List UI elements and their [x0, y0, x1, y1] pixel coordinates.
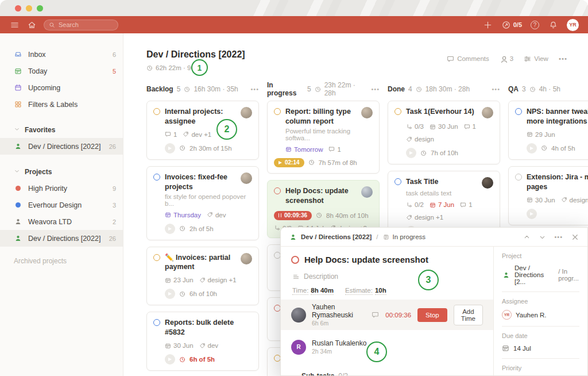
sidebar-item-upcoming[interactable]: Upcoming — [0, 79, 123, 96]
status-ring[interactable] — [291, 256, 299, 264]
user-avatar[interactable]: YR — [567, 19, 579, 31]
filters-icon — [14, 100, 22, 109]
time-progress: 6h of 10h — [189, 290, 217, 297]
sidebar-item-inbox[interactable]: Inbox 6 — [0, 46, 123, 63]
task-card[interactable]: Internal projects: assignee 1 dev +1 2h … — [146, 101, 259, 160]
task-title: Task 1(Everhour 14) — [406, 107, 477, 118]
sidebar-item-weavora-ltd[interactable]: Weavora LTD 2 — [0, 213, 123, 230]
sidebar-item-label: Weavora LTD — [28, 218, 72, 226]
avatar — [291, 308, 306, 323]
calendar-icon — [285, 146, 292, 152]
task-card[interactable]: NPS: banner tweaks + more integrations 2… — [508, 101, 588, 160]
task-card[interactable]: Report: billing type column report Power… — [267, 101, 380, 174]
breadcrumb-project[interactable]: Dev / Directions [2022] — [301, 233, 372, 240]
play-button[interactable] — [165, 289, 175, 299]
status-ring — [515, 174, 522, 181]
avatar — [241, 172, 252, 184]
play-button[interactable] — [165, 143, 175, 154]
sidebar-item-dev-directions[interactable]: Dev / Directions [2022] 26 — [0, 230, 123, 247]
sidebar-item-high-priority[interactable]: High Priority 9 — [0, 180, 123, 197]
minimize-window-button[interactable] — [26, 5, 32, 11]
running-timer-badge[interactable]: 02:14 — [274, 158, 304, 167]
time-value[interactable]: 8h 40m — [311, 287, 334, 295]
clock-icon — [179, 291, 185, 297]
sidebar-item-label: Inbox — [28, 51, 46, 59]
due-date-field[interactable]: 14 Jul — [502, 344, 579, 352]
favorites-section-header[interactable]: Favorites — [0, 122, 123, 138]
sidebar-item-count: 5 — [113, 68, 116, 75]
comments-button[interactable]: Comments — [447, 55, 489, 63]
column-more-icon[interactable]: ••• — [250, 86, 259, 93]
stop-timer-button[interactable]: Stop — [417, 308, 447, 322]
description-field[interactable]: Description — [292, 273, 483, 281]
play-button[interactable] — [527, 143, 537, 154]
member-logged-time: 6h 6m — [312, 320, 372, 327]
play-button[interactable] — [165, 224, 175, 234]
members-button[interactable]: 3 — [500, 55, 513, 63]
notifications-icon[interactable] — [548, 20, 558, 30]
column-more-icon[interactable]: ••• — [492, 86, 500, 93]
sidebar-item-today[interactable]: Today 5 — [0, 63, 123, 79]
task-card[interactable]: ✏️ Invoices: partial payment 23 Jun desi… — [146, 247, 259, 306]
annotation-circle-1: 1 — [191, 59, 208, 76]
status-ring — [153, 254, 160, 261]
column-count: 5 — [177, 85, 181, 93]
tag-icon — [183, 131, 189, 137]
task-card[interactable]: Reports: bulk delete #5832 30 Jun dev 6h… — [146, 312, 259, 371]
play-button[interactable] — [406, 148, 416, 158]
titlebar — [0, 0, 588, 16]
assignee-field[interactable]: YR Yauhen R. — [502, 310, 579, 320]
task-card[interactable]: Invoices: fixed-fee projects fix style f… — [146, 166, 259, 240]
add-icon[interactable] — [483, 20, 493, 30]
tag-icon — [199, 343, 206, 349]
timer-quota[interactable]: 0/5 — [502, 21, 522, 29]
subtask-icon — [406, 124, 412, 130]
more-icon[interactable]: ••• — [554, 233, 563, 240]
time-progress: 7h 57m of 8h — [319, 159, 357, 166]
breadcrumb-status[interactable]: In progress — [393, 233, 426, 240]
view-button[interactable]: View — [524, 55, 548, 63]
avatar: R — [291, 340, 306, 355]
column-time: 18h 30m · 28h — [425, 85, 470, 93]
zoom-window-button[interactable] — [37, 5, 43, 11]
next-task-icon[interactable] — [539, 233, 546, 241]
search-input[interactable] — [59, 21, 113, 28]
clock-icon — [179, 225, 185, 232]
running-timer-badge[interactable]: 00:09:36 — [274, 211, 312, 220]
column-time: 23h 22m · 28h — [324, 81, 368, 97]
time-progress: 2h of 5h — [189, 225, 214, 232]
chevron-down-icon — [14, 126, 20, 134]
clock-icon — [416, 86, 422, 93]
close-window-button[interactable] — [15, 5, 21, 11]
tag-icon — [207, 212, 213, 218]
comment-icon[interactable] — [372, 311, 379, 319]
project-member-icon — [502, 271, 510, 279]
subtasks-section-header[interactable]: Sub-tasks 0/2 — [291, 372, 483, 375]
time-label: Time: — [292, 287, 308, 295]
search-bar[interactable] — [44, 20, 118, 30]
avatar — [241, 107, 252, 118]
archived-projects-link[interactable]: Archived projects — [0, 257, 123, 265]
task-card[interactable]: Extension: Jira - more pages 30 Jun desi… — [508, 166, 588, 225]
column-name: Backlog — [146, 85, 173, 93]
sidebar-item-everhour-design[interactable]: Everhour Design 3 — [0, 197, 123, 213]
sidebar-item-filters-labels[interactable]: Filters & Labels — [0, 96, 123, 113]
close-icon[interactable] — [571, 233, 579, 241]
projects-section-header[interactable]: Projects — [0, 164, 123, 180]
more-icon[interactable]: ••• — [559, 55, 567, 62]
play-button[interactable] — [165, 354, 175, 365]
play-button[interactable] — [527, 209, 537, 219]
menu-icon[interactable] — [9, 20, 20, 30]
calendar-icon — [430, 202, 436, 208]
sidebar-item-favorite-project[interactable]: Dev / Directions [2022] 26 — [0, 138, 123, 155]
task-description: fix style for opened popover b... — [165, 193, 252, 207]
column-more-icon[interactable]: ••• — [371, 86, 380, 93]
task-card[interactable]: Task 1(Everhour 14) 0/3 30 Jun 1 design … — [388, 101, 500, 164]
project-field[interactable]: Dev / Directions [2... / In progr... — [502, 264, 579, 285]
home-icon[interactable] — [26, 20, 37, 30]
clock-icon — [529, 86, 536, 93]
help-icon[interactable]: ? — [531, 21, 539, 29]
estimate-value[interactable]: 10h — [375, 287, 386, 295]
prev-task-icon[interactable] — [523, 233, 531, 241]
add-time-button[interactable]: Add Time — [454, 305, 483, 325]
